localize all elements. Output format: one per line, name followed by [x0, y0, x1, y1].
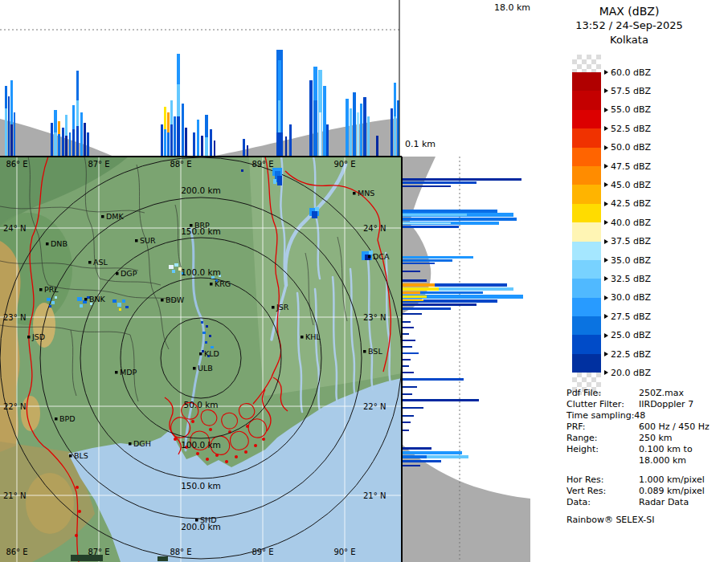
legend-label: 45.0 dBZ	[611, 180, 651, 190]
metadata-value: 250 km	[639, 433, 673, 443]
echo-row	[403, 399, 479, 401]
map-echo-pixel	[80, 304, 83, 307]
city-label: PRL	[44, 285, 59, 294]
radar-display: 18.0 km 0.1 km	[0, 0, 728, 562]
city-marker	[272, 306, 275, 309]
legend-label: 60.0 dBZ	[611, 67, 651, 78]
reservoir-patch	[157, 556, 168, 561]
longitude-label: 90° E	[333, 548, 355, 556]
echo-row	[403, 181, 476, 184]
echo-row	[403, 378, 464, 381]
echo-column	[14, 112, 15, 157]
echo-row	[403, 346, 412, 348]
legend-label: 35.0 dBZ	[611, 255, 651, 266]
city-marker	[69, 454, 72, 458]
legend-label: 50.0 dBZ	[611, 142, 651, 153]
metadata-value: 1.000 km/pixel	[639, 474, 705, 485]
echo-row	[403, 333, 409, 335]
echo-column	[394, 116, 396, 157]
echo-column	[247, 145, 248, 157]
legend-label: 25.0 dBZ	[611, 330, 651, 340]
city-label: DCA	[373, 252, 390, 261]
map-echo-pixel	[241, 169, 243, 172]
legend-panel: MAX (dBZ) 13:52 / 24-Sep-2025 Kolkata 60…	[530, 0, 728, 562]
echo-row	[403, 460, 441, 462]
software-brand: Rainbow® SELEX-SI	[566, 515, 655, 525]
echo-column	[170, 124, 173, 157]
metadata-value: 250Z.max	[639, 388, 684, 398]
longitude-label: 90° E	[333, 160, 355, 169]
metadata-value: Radar Data	[639, 497, 689, 507]
echo-column	[367, 116, 370, 157]
map-echo-pixel	[125, 306, 129, 308]
legend-label: 57.5 dBZ	[611, 86, 651, 96]
side-projection-panel	[402, 157, 530, 562]
echo-row	[403, 291, 420, 294]
echo-column	[182, 104, 184, 157]
echo-column	[8, 96, 10, 157]
city-label: KLD	[204, 349, 219, 358]
metadata-label: Vert Res:	[566, 486, 606, 496]
legend-label-row: 57.5 dBZ	[604, 86, 651, 96]
echo-row	[403, 256, 473, 259]
echo-column	[210, 129, 212, 157]
metadata-label: Pdf File:	[566, 388, 601, 398]
echo-row	[403, 307, 451, 310]
city-label: BLS	[74, 451, 88, 460]
legend-label: 42.5 dBZ	[611, 198, 651, 209]
top-projection-panel	[0, 0, 402, 157]
legend-label-row: 35.0 dBZ	[604, 255, 651, 265]
echo-row	[403, 327, 414, 328]
echo-column	[353, 92, 356, 157]
city-marker	[199, 352, 202, 356]
city-marker	[210, 283, 213, 286]
metadata-label: Clutter Filter:	[566, 399, 624, 409]
coverage-shadow-right	[211, 118, 399, 157]
city-label: KHL	[305, 332, 321, 341]
legend-label: 40.0 dBZ	[611, 218, 651, 228]
legend-tick-arrow-icon	[604, 164, 608, 169]
legend-label-row: 40.0 dBZ	[604, 218, 651, 227]
echo-column	[197, 120, 199, 157]
legend-label-row: 32.5 dBZ	[604, 274, 651, 283]
map-echo-pixel	[273, 179, 276, 184]
city-label: DGH	[133, 439, 151, 448]
metadata-row: Data:Radar Data	[566, 497, 726, 508]
echo-column	[58, 134, 60, 157]
legend-label: 52.5 dBZ	[611, 124, 651, 134]
latitude-label: 23° N	[3, 313, 26, 322]
legend-label: 22.5 dBZ	[611, 349, 651, 360]
legend-label: 27.5 dBZ	[611, 312, 651, 322]
latitude-label: 23° N	[363, 313, 386, 322]
metadata-label: Hor Res:	[566, 474, 603, 485]
echo-column	[65, 136, 67, 157]
legend-tick-arrow-icon	[604, 202, 608, 206]
top-projection-svg	[0, 0, 402, 157]
map-echo-pixel	[174, 263, 178, 267]
echo-column	[360, 104, 362, 157]
city-label: SUR	[140, 236, 156, 245]
echo-row	[403, 386, 417, 388]
echo-row	[403, 451, 462, 454]
longitude-label: 88° E	[170, 160, 191, 169]
city-marker	[101, 215, 104, 218]
echo-row	[403, 352, 419, 354]
city-marker	[353, 192, 356, 195]
metadata-value: 0.100 km to	[639, 444, 693, 454]
echo-row	[403, 279, 427, 282]
echo-column	[164, 129, 166, 157]
city-label: ASL	[93, 258, 108, 267]
metadata-label: Data:	[566, 497, 591, 507]
echo-column	[167, 132, 170, 157]
echo-column	[323, 86, 326, 157]
legend-tick-arrow-icon	[604, 239, 608, 244]
legend-tick-arrow-icon	[604, 333, 608, 338]
echo-row	[403, 263, 435, 264]
legend-label: 30.0 dBZ	[611, 292, 651, 303]
longitude-label: 87° E	[88, 548, 109, 556]
city-marker	[195, 519, 198, 522]
echo-row	[403, 283, 435, 287]
city-label: MNS	[358, 189, 374, 198]
city-label: BDW	[166, 295, 185, 304]
city-label: JSR	[276, 303, 289, 312]
